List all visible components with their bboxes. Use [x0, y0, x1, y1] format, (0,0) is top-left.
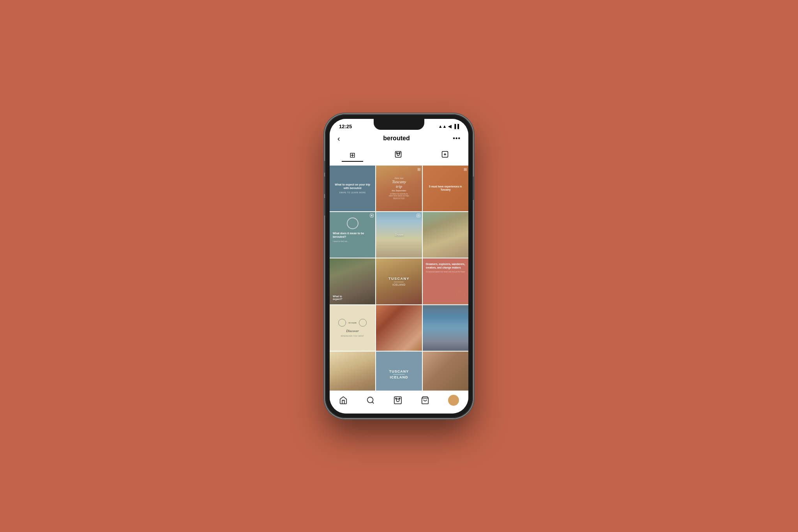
profile-username: berouted: [383, 135, 410, 142]
nav-home[interactable]: [339, 396, 348, 405]
tab-reels[interactable]: [387, 149, 410, 162]
grid-cell-9[interactable]: Dreamers, explorers, wanderers, creators…: [423, 258, 468, 304]
reel-indicator-2: ⊞: [417, 167, 420, 171]
more-options-button[interactable]: •••: [453, 135, 461, 142]
grid-cell-14[interactable]: TUSCANY ICELAND: [376, 352, 422, 391]
silent-button: [323, 161, 325, 173]
svg-point-2: [397, 152, 397, 153]
bottom-navigation: [330, 391, 468, 414]
iceland-text: ICELAND: [390, 375, 408, 379]
svg-point-14: [399, 398, 400, 399]
grid-cell-5[interactable]: Dream: [376, 212, 422, 258]
reel-indicator-3: ⊞: [464, 167, 467, 171]
battery-icon: ▐▐: [453, 124, 459, 129]
reels-icon: [395, 152, 402, 159]
tagged-icon: [441, 152, 448, 159]
phone-mockup: 12:25 ▲▲ ◀ ▐▐ ‹ berouted ••• ⊞: [325, 114, 473, 418]
grid-cell-10[interactable]: re-route Discover WHEREVER YOU WANT: [330, 305, 375, 351]
decorative-circle: [457, 291, 465, 300]
tuscany-text: TUSCANY: [389, 369, 409, 373]
grid-cell-15[interactable]: Hello, I'm berouted: [423, 352, 468, 391]
grid-cell-6[interactable]: [423, 212, 468, 258]
tab-tagged[interactable]: [434, 149, 456, 162]
profile-avatar[interactable]: [448, 395, 459, 406]
power-button: [473, 177, 475, 200]
wifi-icon: ◀: [448, 124, 451, 129]
grid-cell-12[interactable]: [423, 305, 468, 351]
grid-cell-11[interactable]: [376, 305, 422, 351]
svg-point-13: [395, 398, 397, 399]
nav-reels[interactable]: [394, 396, 402, 405]
status-time: 12:25: [339, 124, 352, 129]
svg-point-12: [396, 399, 399, 401]
grid-cell-3[interactable]: 5 must have experiences in Tuscany ⊞: [423, 166, 468, 211]
grid-cell-2[interactable]: Join our Tuscanytrip this September to f…: [376, 166, 422, 211]
grid-icon: ⊞: [350, 151, 355, 159]
grid-cell-7[interactable]: What toexpect?: [330, 258, 375, 304]
svg-rect-0: [395, 151, 401, 157]
svg-line-10: [372, 402, 374, 403]
grid-cell-8[interactable]: TUSCANY ICELAND: [376, 258, 422, 304]
volume-down-button: [323, 198, 325, 216]
svg-rect-11: [394, 396, 401, 403]
tuscany-iceland-divider: [393, 374, 405, 375]
tab-grid[interactable]: ⊞: [342, 149, 363, 162]
nav-profile[interactable]: [448, 395, 459, 406]
signal-icon: ▲▲: [438, 124, 447, 129]
profile-header: ‹ berouted •••: [330, 131, 468, 146]
nav-search[interactable]: [366, 396, 375, 405]
svg-rect-7: [417, 214, 420, 217]
reel-indicator-5: [417, 214, 420, 218]
phone-screen: 12:25 ▲▲ ◀ ▐▐ ‹ berouted ••• ⊞: [330, 119, 468, 414]
notch: [374, 119, 424, 130]
grid-cell-4[interactable]: What does it mean to be berouted? I want…: [330, 212, 375, 258]
svg-point-8: [418, 215, 419, 216]
grid-container[interactable]: What to expect on your trip with beroute…: [330, 166, 468, 391]
svg-point-9: [367, 397, 373, 403]
volume-up-button: [323, 177, 325, 194]
svg-point-6: [371, 215, 373, 216]
svg-point-1: [397, 153, 399, 156]
svg-point-3: [399, 152, 400, 153]
status-icons: ▲▲ ◀ ▐▐: [438, 124, 459, 129]
photo-grid: What to expect on your trip with beroute…: [330, 166, 468, 391]
nav-shop[interactable]: [421, 396, 429, 405]
grid-cell-1[interactable]: What to expect on your trip with beroute…: [330, 166, 375, 211]
tab-bar: ⊞: [330, 146, 468, 166]
reel-indicator-4: [370, 214, 374, 218]
back-button[interactable]: ‹: [337, 134, 340, 143]
grid-cell-13[interactable]: [330, 352, 375, 391]
